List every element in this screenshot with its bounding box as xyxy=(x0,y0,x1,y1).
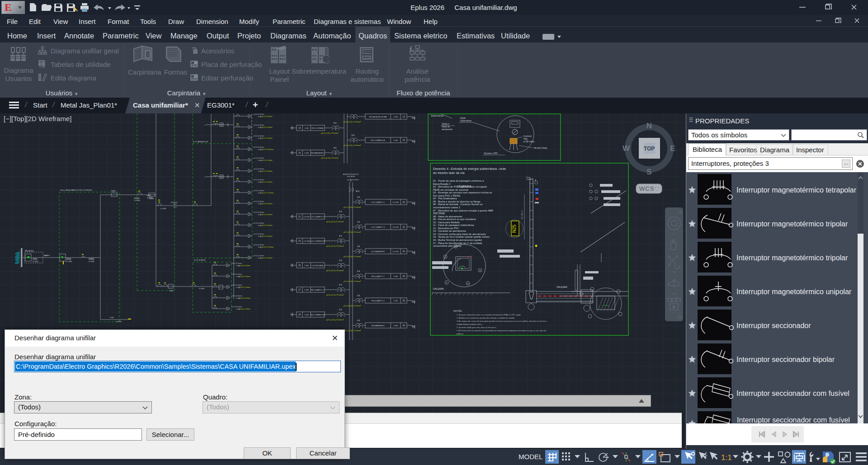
svg-text:1 kW: 1 kW xyxy=(304,127,309,129)
svg-text:Interruptor magnetotérmico tet: Interruptor magnetotérmico tetrapolar xyxy=(736,186,857,194)
svg-text:4 A: 4 A xyxy=(339,235,342,237)
svg-text:WCS: WCS xyxy=(639,185,654,192)
svg-text:p2.5+(2.5)+T2.5mm²: p2.5+(2.5)+T2.5mm² xyxy=(326,319,344,321)
svg-text:p2.5+T2.5mm: p2.5+T2.5mm xyxy=(262,246,274,248)
svg-text:4 A: 4 A xyxy=(357,295,360,297)
svg-text:5597/5598: 5597/5598 xyxy=(433,212,445,215)
svg-text:2. Medidas em centímetros qu: 2. Medidas em centímetros quando não ind… xyxy=(457,317,515,319)
svg-text:p1.5+1.5mm: p1.5+1.5mm xyxy=(262,115,273,117)
svg-text:p1.5+(1.5)+T1.5mm²: p1.5+(1.5)+T1.5mm² xyxy=(344,121,361,123)
svg-text:12 - Eletroduto de PVC: 12 - Eletroduto de PVC xyxy=(433,227,459,230)
svg-text:p1.5+(1.5)+T1.5mm²: p1.5+(1.5)+T1.5mm² xyxy=(344,231,361,233)
svg-text:p1.5+1.5mm: p1.5+1.5mm xyxy=(262,213,273,216)
svg-text:Interruptor seccionador com fu: Interruptor seccionador com fusível xyxy=(736,390,849,397)
svg-text:24: 24 xyxy=(402,250,405,253)
svg-text:p1.5+1.5mm: p1.5+1.5mm xyxy=(240,308,250,310)
svg-text:30: 30 xyxy=(402,324,405,327)
svg-text:p2.5+(2.5)+T2.5mm²: p2.5+(2.5)+T2.5mm² xyxy=(321,132,339,134)
svg-text:o: o xyxy=(204,124,205,126)
svg-text:FM SALA DE ESTAR: FM SALA DE ESTAR xyxy=(369,116,387,118)
svg-text:04 - Fita Sinalizadora: 04 - Fita Sinalizadora xyxy=(433,197,457,200)
svg-text:p2.5+(2.5)+T2.5mm²: p2.5+(2.5)+T2.5mm² xyxy=(326,294,344,296)
svg-text:Interruptor magnetotérmico uni: Interruptor magnetotérmico unipolar xyxy=(736,288,852,296)
svg-text:4 A: 4 A xyxy=(339,284,342,286)
svg-text:09 - Fita de alumínio ou aço i: 09 - Fita de alumínio ou aço inoxidável xyxy=(433,218,476,221)
svg-text:D-GRK: D-GRK xyxy=(89,260,94,263)
svg-text:p2.5+(2.5)+T2.5mm²: p2.5+(2.5)+T2.5mm² xyxy=(321,157,339,159)
svg-text:0.5 kW: 0.5 kW xyxy=(303,216,309,218)
svg-text:p1.5+(1.5)+T1.5mm²: p1.5+(1.5)+T1.5mm² xyxy=(344,305,361,307)
svg-text:20: 20 xyxy=(402,201,405,203)
svg-text:11: 11 xyxy=(479,270,481,272)
svg-text:4 A: 4 A xyxy=(357,221,360,223)
svg-text:8: 8 xyxy=(445,256,446,258)
svg-text:p1.5+(1.5)+T1.5mm²: p1.5+(1.5)+T1.5mm² xyxy=(344,280,361,282)
svg-text:4 A: 4 A xyxy=(357,319,360,322)
svg-text:LUZ QUARTO 1: LUZ QUARTO 1 xyxy=(371,201,385,203)
svg-text:FL.FI SOBIDE: FL.FI SOBIDE xyxy=(194,259,206,261)
svg-text:p(+6+6+)Tfmm²: p(+6+6+)Tfmm² xyxy=(347,179,359,181)
svg-text:5. A Travessia de via soment: 5. A Travessia de via somente será permi… xyxy=(457,329,547,332)
svg-text:22: 22 xyxy=(402,226,405,228)
svg-text:Desenho 4 –Entrada de energia: Desenho 4 –Entrada de energia subterrâne… xyxy=(433,167,506,171)
svg-text:p2.5+2.5mm: p2.5+2.5mm xyxy=(262,202,273,205)
svg-text:16 - Bucha Terminal de aterram: 16 - Bucha Terminal de aterramento (opçã… xyxy=(433,239,482,241)
svg-text:6 A: 6 A xyxy=(334,122,337,124)
svg-text:28: 28 xyxy=(402,300,405,302)
svg-text:[−][Top][2D Wireframe]: [−][Top][2D Wireframe] xyxy=(4,115,71,122)
svg-text:4 A: 4 A xyxy=(339,309,342,311)
svg-text:p2.5+2.5mm: p2.5+2.5mm xyxy=(262,170,273,172)
svg-text:07 - Eletroduto de aço-carbono: 07 - Eletroduto de aço-carbono zincado a… xyxy=(433,209,493,212)
svg-text:Interruptor seccionador com fu: Interruptor seccionador com fusível xyxy=(737,416,850,423)
svg-text:23: 23 xyxy=(298,240,301,242)
svg-text:1 kW: 1 kW xyxy=(393,275,398,277)
svg-text:Conector: Conector xyxy=(524,135,532,137)
svg-text:p2.5+(2.5)+T2.5mm²: p2.5+(2.5)+T2.5mm² xyxy=(326,245,344,247)
svg-text:9: 9 xyxy=(446,282,447,284)
svg-text:3F+N A.A: 3F+N A.A xyxy=(25,250,33,252)
svg-text:do mesmo lado da via: do mesmo lado da via xyxy=(433,171,465,174)
svg-text:PEAD em envelope de concreto: PEAD em envelope de concreto xyxy=(433,188,468,191)
svg-text:fhão: fhão xyxy=(524,138,528,140)
svg-text:D-GRK: D-GRK xyxy=(199,288,205,290)
svg-text:0.5 kW: 0.5 kW xyxy=(392,250,398,253)
svg-text:Subterrânea: Subterrânea xyxy=(460,120,472,122)
svg-text:1:1: 1:1 xyxy=(721,453,732,462)
svg-text:p1.5+1.5mm: p1.5+1.5mm xyxy=(240,297,250,299)
svg-text:LUZ QUARTO 2: LUZ QUARTO 2 xyxy=(311,216,325,218)
svg-text:LUZ BANHEIRO: LUZ BANHEIRO xyxy=(371,250,386,253)
svg-text:0.5 kW: 0.5 kW xyxy=(392,226,398,228)
svg-text:M A: M A xyxy=(356,190,359,193)
svg-text:p2.5+T2.5mm: p2.5+T2.5mm xyxy=(262,148,274,150)
svg-text:LUZ ESCADA: LUZ ESCADA xyxy=(311,264,324,267)
svg-text:4 A: 4 A xyxy=(339,211,342,213)
svg-text:Interruptor magnetotérmico tri: Interruptor magnetotérmico tripolar xyxy=(736,254,848,262)
svg-text:10 - Caixa para Medidor: 10 - Caixa para Medidor xyxy=(433,221,460,224)
svg-text:01 - Fundo da caixa de passage: 01 - Fundo da caixa de passagem conforme… xyxy=(433,179,484,182)
svg-text:Saída: Saída xyxy=(460,117,466,119)
svg-text:Interruptor magnetotérmico tri: Interruptor magnetotérmico tripolar xyxy=(736,220,848,228)
svg-text:p1.5+1.5mm: p1.5+1.5mm xyxy=(240,275,250,277)
svg-text:MSW: MSW xyxy=(111,190,116,192)
svg-text:0.5 kW: 0.5 kW xyxy=(303,240,309,242)
svg-text:p1.5+1.5mm: p1.5+1.5mm xyxy=(262,137,273,139)
svg-text:CALÇADA: CALÇADA xyxy=(557,286,567,288)
svg-text:LEGENDA: LEGENDA xyxy=(457,185,472,188)
svg-text:Vai para Carga: Vai para Carga xyxy=(533,147,547,149)
svg-text:27: 27 xyxy=(298,289,301,291)
svg-text:Interruptor seccionador bipola: Interruptor seccionador bipolar xyxy=(736,356,835,363)
svg-text:FM QUARTO 1: FM QUARTO 1 xyxy=(372,275,385,277)
svg-text:FM CORREDOR: FM CORREDOR xyxy=(371,139,385,141)
svg-text:1 kW: 1 kW xyxy=(393,139,398,141)
svg-text:p1.5+1.5mm: p1.5+1.5mm xyxy=(262,159,273,161)
svg-text:26: 26 xyxy=(402,275,405,277)
svg-text:21: 21 xyxy=(298,216,301,218)
svg-text:1 kW: 1 kW xyxy=(304,289,309,291)
svg-text:E: E xyxy=(670,144,675,153)
svg-text:N: N xyxy=(646,122,652,130)
svg-text:D-GRK: D-GRK xyxy=(33,260,38,263)
svg-text:50 a 90 cm: 50 a 90 cm xyxy=(521,210,523,219)
svg-text:D-GRK: D-GRK xyxy=(160,207,166,210)
svg-text:TOP: TOP xyxy=(644,146,655,152)
svg-text:6 A: 6 A xyxy=(352,134,355,136)
